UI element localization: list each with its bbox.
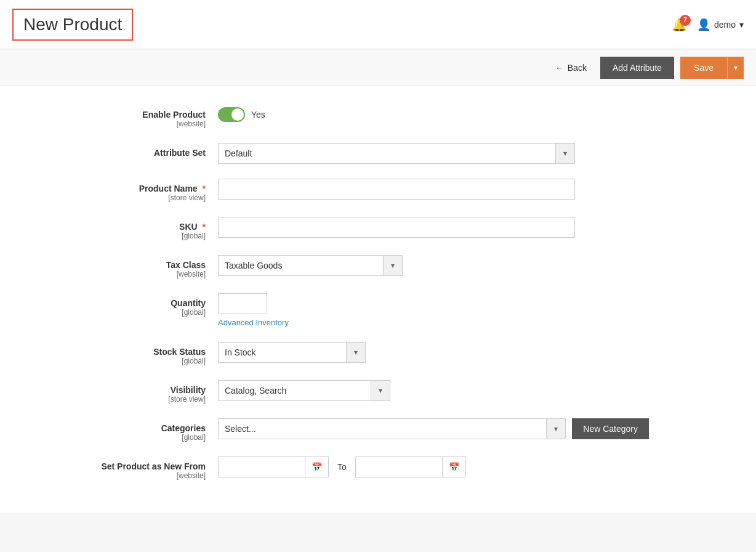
- date-to-input[interactable]: [356, 457, 442, 477]
- visibility-select[interactable]: Catalog, Search Catalog Search Not Visib…: [218, 380, 371, 401]
- tax-class-label: Tax Class: [95, 260, 206, 270]
- header-right: 🔔 7 👤 demo ▾: [672, 17, 744, 32]
- enable-product-toggle[interactable]: [218, 107, 245, 122]
- form-section: Enable Product [website] Yes Attribute S…: [82, 105, 674, 480]
- calendar-icon: 📅: [449, 462, 459, 472]
- sku-input[interactable]: [218, 217, 575, 238]
- set-product-new-label-col: Set Product as New From [website]: [95, 457, 218, 480]
- page-title: New Product: [23, 15, 122, 34]
- stock-status-control: In Stock Out of Stock ▾: [218, 342, 661, 363]
- enable-product-row: Enable Product [website] Yes: [95, 105, 661, 128]
- notification-button[interactable]: 🔔 7: [672, 17, 687, 32]
- stock-status-scope: [global]: [95, 357, 206, 365]
- tax-class-control: Taxable Goods None ▾: [218, 255, 661, 276]
- product-name-label-col: Product Name * [store view]: [95, 179, 218, 202]
- stock-status-label: Stock Status: [95, 347, 206, 357]
- tax-class-row: Tax Class [website] Taxable Goods None ▾: [95, 255, 661, 278]
- page-title-box: New Product: [12, 9, 133, 41]
- enable-product-control: Yes: [218, 105, 661, 122]
- categories-select[interactable]: Select...: [218, 418, 547, 439]
- visibility-row: Visibility [store view] Catalog, Search …: [95, 380, 661, 404]
- toggle-slider: [218, 107, 245, 122]
- toggle-wrap: Yes: [218, 105, 661, 122]
- user-menu-button[interactable]: 👤 demo ▾: [697, 18, 744, 31]
- new-category-button[interactable]: New Category: [572, 418, 649, 439]
- date-to-wrap: 📅: [355, 457, 466, 477]
- arrow-left-icon: ←: [555, 63, 564, 73]
- quantity-scope: [global]: [95, 308, 206, 317]
- visibility-label: Visibility: [95, 385, 206, 395]
- visibility-label-col: Visibility [store view]: [95, 380, 218, 404]
- product-name-input[interactable]: [218, 179, 575, 200]
- quantity-label-col: Quantity [global]: [95, 293, 218, 317]
- save-button-group: Save ▾: [680, 57, 744, 79]
- tax-class-label-col: Tax Class [website]: [95, 255, 218, 278]
- stock-status-row: Stock Status [global] In Stock Out of St…: [95, 342, 661, 365]
- chevron-down-icon: ▾: [739, 20, 744, 30]
- attribute-set-control: Default ▾: [218, 143, 661, 164]
- sku-row: SKU * [global]: [95, 217, 661, 240]
- product-name-row: Product Name * [store view]: [95, 179, 661, 202]
- stock-status-label-col: Stock Status [global]: [95, 342, 218, 365]
- attribute-set-row: Attribute Set Default ▾: [95, 143, 661, 164]
- date-from-calendar-btn[interactable]: 📅: [305, 457, 328, 477]
- stock-status-select-wrap: In Stock Out of Stock ▾: [218, 342, 366, 363]
- enable-product-label-col: Enable Product [website]: [95, 105, 218, 128]
- product-name-control: [218, 179, 661, 200]
- categories-dropdown-btn[interactable]: ▾: [547, 418, 566, 439]
- add-attribute-button[interactable]: Add Attribute: [600, 57, 674, 79]
- sku-required: *: [203, 222, 206, 232]
- product-name-scope: [store view]: [95, 193, 206, 202]
- attribute-set-select[interactable]: Default: [218, 143, 556, 164]
- date-range-wrap: 📅 To 📅: [218, 457, 661, 477]
- categories-wrap: Select... ▾ New Category: [218, 418, 649, 439]
- set-product-new-scope: [website]: [95, 471, 206, 480]
- tax-class-scope: [website]: [95, 270, 206, 278]
- chevron-down-icon: ▾: [391, 261, 395, 270]
- toolbar: ← Back Add Attribute Save ▾: [0, 49, 756, 86]
- tax-class-select-wrap: Taxable Goods None ▾: [218, 255, 403, 276]
- date-to-calendar-btn[interactable]: 📅: [442, 457, 465, 477]
- product-name-required: *: [203, 184, 206, 193]
- quantity-input[interactable]: [218, 293, 267, 314]
- back-label: Back: [568, 63, 587, 73]
- enable-product-label: Enable Product: [95, 110, 206, 120]
- set-product-new-label: Set Product as New From: [95, 461, 206, 471]
- calendar-icon: 📅: [312, 462, 322, 472]
- notification-badge: 7: [680, 15, 691, 26]
- tax-class-dropdown-btn[interactable]: ▾: [384, 255, 403, 276]
- attribute-set-label-col: Attribute Set: [95, 143, 218, 158]
- tax-class-select[interactable]: Taxable Goods None: [218, 255, 384, 276]
- categories-scope: [global]: [95, 433, 206, 442]
- save-dropdown-button[interactable]: ▾: [727, 57, 744, 79]
- categories-control: Select... ▾ New Category: [218, 418, 661, 439]
- categories-select-wrap: Select... ▾: [218, 418, 566, 439]
- product-name-label: Product Name *: [95, 184, 206, 193]
- stock-status-select[interactable]: In Stock Out of Stock: [218, 342, 347, 363]
- set-product-new-row: Set Product as New From [website] 📅 To: [95, 457, 661, 480]
- content: Enable Product [website] Yes Attribute S…: [0, 86, 756, 513]
- attribute-set-dropdown-btn[interactable]: ▾: [556, 143, 575, 164]
- advanced-inventory-link[interactable]: Advanced Inventory: [218, 318, 661, 327]
- set-product-new-control: 📅 To 📅: [218, 457, 661, 477]
- user-name: demo: [714, 20, 736, 30]
- categories-label: Categories: [95, 423, 206, 433]
- date-from-wrap: 📅: [218, 457, 329, 477]
- attribute-set-select-wrap: Default ▾: [218, 143, 575, 164]
- save-button[interactable]: Save: [680, 57, 727, 79]
- top-header: New Product 🔔 7 👤 demo ▾: [0, 0, 756, 49]
- back-button[interactable]: ← Back: [548, 58, 594, 78]
- chevron-down-icon: ▾: [734, 63, 738, 72]
- sku-label-col: SKU * [global]: [95, 217, 218, 240]
- stock-status-dropdown-btn[interactable]: ▾: [347, 342, 366, 363]
- to-label: To: [335, 462, 349, 472]
- categories-label-col: Categories [global]: [95, 418, 218, 442]
- chevron-down-icon: ▾: [563, 149, 567, 158]
- visibility-dropdown-btn[interactable]: ▾: [371, 380, 390, 401]
- categories-row: Categories [global] Select... ▾ New Cate…: [95, 418, 661, 442]
- enable-product-value: Yes: [251, 110, 265, 120]
- visibility-select-wrap: Catalog, Search Catalog Search Not Visib…: [218, 380, 390, 401]
- date-from-input[interactable]: [219, 457, 305, 477]
- visibility-scope: [store view]: [95, 395, 206, 404]
- enable-product-scope: [website]: [95, 120, 206, 128]
